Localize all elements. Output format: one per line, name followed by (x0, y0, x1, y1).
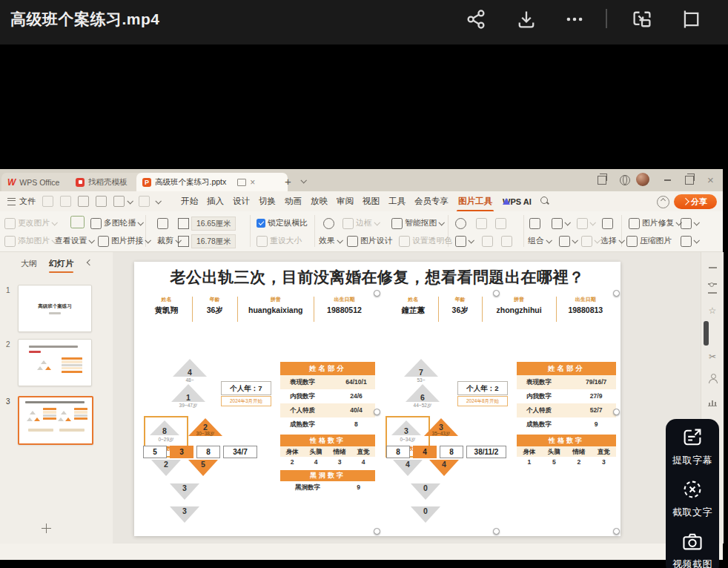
align-button[interactable] (577, 216, 595, 231)
boards-icon[interactable] (598, 176, 606, 185)
picture-design-button[interactable]: 图片设计 (347, 234, 392, 248)
lock-aspect-checkbox[interactable]: 锁定纵横比 (257, 216, 308, 231)
print-preview-icon[interactable] (96, 196, 107, 207)
tab-slides[interactable]: 幻灯片 (49, 258, 73, 269)
menu-slideshow[interactable]: 放映 (311, 196, 328, 207)
mini-player-icon[interactable] (680, 8, 702, 30)
picture-in-picture-icon[interactable] (631, 8, 653, 30)
selection-handle[interactable] (493, 290, 500, 297)
print-icon[interactable] (78, 196, 89, 207)
effects-button[interactable]: 效果 (319, 234, 342, 248)
flip-h-button[interactable] (482, 234, 493, 248)
share-button[interactable]: 分享 (674, 194, 717, 209)
reset-size-button[interactable]: 重设大小 (257, 234, 302, 248)
wps-ai-button[interactable]: WPS AI (503, 197, 532, 206)
slide[interactable]: 老公出轨三次，目前没离婚在修复，想看看問題出在哪裡？ 姓名黄凯翔 年龄36岁 拼… (134, 262, 621, 536)
set-transparent-button[interactable]: 设置透明色 (399, 234, 452, 248)
undo-chevron-icon[interactable] (127, 198, 133, 204)
picture-preview-button[interactable] (70, 214, 85, 229)
tab-document[interactable]: P 高级班个案练习.pptx × (136, 173, 288, 191)
crop-corner-button[interactable] (157, 216, 168, 231)
bring-forward-button[interactable] (552, 216, 569, 231)
menu-transition[interactable]: 切换 (259, 196, 276, 207)
redo-icon[interactable] (139, 196, 150, 207)
height-field[interactable]: 16.78厘米 (178, 234, 236, 248)
clip-icon[interactable]: ✂ (707, 351, 718, 362)
quickbar-chevron-icon[interactable] (155, 198, 161, 204)
picture-stitch-button[interactable]: 图片拼接 (98, 234, 150, 248)
window-minimize-icon[interactable] (664, 179, 671, 181)
contacts-icon[interactable] (707, 373, 718, 383)
tab-outline[interactable]: 大纲 (21, 258, 37, 269)
menu-view[interactable]: 视图 (363, 196, 380, 207)
menu-animation[interactable]: 动画 (285, 196, 302, 207)
selection-handle[interactable] (493, 528, 500, 535)
blend-button[interactable] (455, 216, 466, 231)
selection-handle[interactable] (374, 290, 380, 297)
height-value[interactable]: 16.78厘米 (191, 234, 236, 248)
scrollbar-thumb[interactable] (704, 321, 709, 346)
capture-text-button[interactable]: 截取文字 (666, 478, 719, 519)
rotate-right-button[interactable] (495, 216, 506, 231)
more-icon[interactable] (563, 8, 586, 30)
properties-icon[interactable] (707, 282, 718, 295)
selection-handle[interactable] (613, 290, 620, 297)
menu-icon[interactable] (7, 198, 16, 205)
selection-handle[interactable] (613, 409, 620, 415)
slide-thumbnail-3[interactable] (18, 396, 93, 445)
window-close-icon[interactable]: × (707, 174, 714, 185)
picture-export-button[interactable] (681, 234, 698, 248)
tab-docer[interactable]: 找稻壳模板 (70, 173, 145, 191)
border-button[interactable]: 边框 (343, 216, 379, 231)
flip-v-button[interactable] (501, 234, 512, 248)
window-restore-icon[interactable] (685, 176, 694, 185)
star-animation-icon[interactable]: ☆ (707, 306, 718, 316)
arrange-button[interactable] (559, 234, 577, 248)
slide-thumbnail-1[interactable]: 高级班个案练习 (18, 285, 92, 332)
share-icon[interactable] (465, 8, 487, 30)
effects-3d-button[interactable] (323, 216, 334, 231)
view-settings-button[interactable]: 查看设置 (55, 234, 93, 248)
crop-button[interactable]: 裁剪 (157, 234, 180, 248)
menu-tools[interactable]: 工具 (388, 196, 406, 207)
export-icon[interactable] (60, 196, 71, 207)
selection-handle[interactable] (613, 528, 620, 535)
search-icon[interactable] (540, 197, 550, 206)
collapse-panel-icon[interactable] (87, 260, 93, 265)
distribute-button[interactable] (581, 234, 599, 248)
undo-icon[interactable] (113, 196, 125, 207)
select-objects-button[interactable] (602, 216, 613, 231)
tab-picture-tools[interactable]: 图片工具 (458, 196, 492, 207)
new-tab-icon[interactable]: + (285, 175, 291, 188)
multi-carousel-button[interactable]: 多图轮播 (90, 216, 142, 231)
menu-insert[interactable]: 插入 (207, 196, 224, 207)
tab-wps-office[interactable]: W WPS Office (1, 173, 79, 191)
rotate-left-button[interactable] (476, 216, 487, 231)
add-picture-button[interactable]: 添加图片 (4, 234, 56, 248)
select-button[interactable]: 选择 (600, 234, 623, 248)
download-icon[interactable] (515, 8, 537, 30)
width-field[interactable]: 16.65厘米 (178, 216, 236, 231)
collapse-strip-icon[interactable] (707, 262, 718, 273)
smart-cutout-button[interactable]: 智能抠图 (391, 216, 443, 231)
picture-repair-button[interactable]: 图片修复 (629, 216, 681, 231)
group-button[interactable] (529, 216, 540, 231)
new-slide-button[interactable] (42, 524, 51, 533)
save-icon[interactable] (42, 196, 53, 207)
tab-list-chevron-icon[interactable] (300, 177, 306, 183)
width-value[interactable]: 16.65厘米 (191, 217, 236, 231)
collab-globe-icon[interactable] (620, 175, 630, 185)
pin-tab-icon[interactable] (237, 179, 246, 186)
chart-tool-icon[interactable] (707, 396, 718, 408)
menu-design[interactable]: 设计 (233, 196, 250, 207)
pen-button[interactable] (455, 234, 473, 248)
menu-home[interactable]: 开始 (181, 196, 198, 207)
selection-handle[interactable] (374, 528, 380, 535)
change-picture-button[interactable]: 更改图片 (4, 216, 56, 231)
menu-review[interactable]: 审阅 (337, 196, 354, 207)
close-tab-icon[interactable]: × (250, 178, 255, 187)
video-screenshot-button[interactable]: 视频截图 (666, 530, 719, 568)
upload-icon[interactable] (657, 196, 669, 208)
menu-file[interactable]: 文件 (19, 196, 36, 207)
extract-subtitles-button[interactable]: 提取字幕 (666, 426, 719, 467)
